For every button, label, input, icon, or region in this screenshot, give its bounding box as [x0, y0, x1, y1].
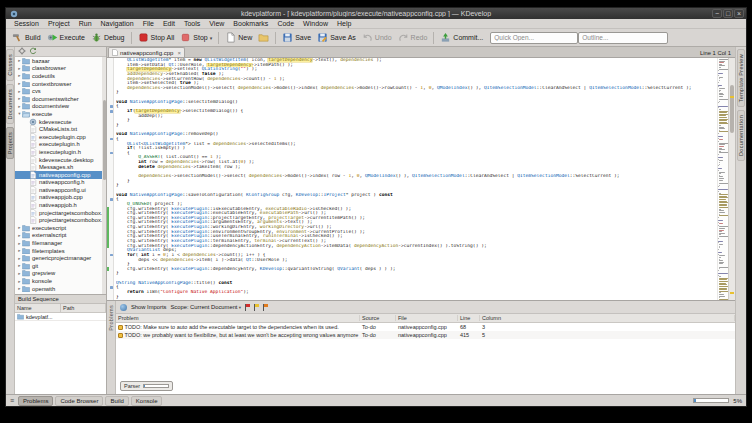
menu-file[interactable]: File [139, 20, 158, 27]
tree-item-konsole[interactable]: ▸konsole [15, 277, 106, 285]
titlebar[interactable]: kdevplatform - [ kdevplatform/plugins/ex… [6, 8, 746, 19]
tree-item-externalscript[interactable]: ▸externalscript [15, 232, 106, 240]
menu-tools[interactable]: Tools [180, 20, 204, 27]
execute-button[interactable]: Execute [44, 31, 88, 44]
problems-column-column[interactable]: Column [480, 315, 735, 321]
problems-column-source[interactable]: Source [360, 315, 396, 321]
problems-column-problem[interactable]: Problem [116, 315, 360, 321]
tree-item-classbrowser[interactable]: ▸classbrowser [15, 65, 106, 73]
menu-project[interactable]: Project [44, 20, 74, 27]
code-area[interactable]: QListWidgetItem* item = new QListWidgetI… [114, 58, 717, 300]
tree-item-iexecuteplugin-h[interactable]: iexecuteplugin.h [15, 148, 106, 156]
menu-edit[interactable]: Edit [159, 20, 179, 27]
tree-item-projecttargetscombobox-cpp[interactable]: projecttargetscombobox.cpp [15, 209, 106, 217]
tree-item-cmakelists-txt[interactable]: CMakeLists.txt [15, 125, 106, 133]
statusbar-toolview-build[interactable]: Build [105, 396, 128, 406]
problem-row[interactable]: TODO: we probably want to flexibilize, b… [116, 331, 735, 339]
sync-icon[interactable] [29, 47, 37, 57]
tree-item-contextbrowser[interactable]: ▸contextbrowser [15, 80, 106, 88]
tree-item-kdevexecute[interactable]: kdevexecute [15, 118, 106, 126]
build-sequence-row[interactable]: kdevplatf... [15, 313, 106, 321]
menu-window[interactable]: Window [299, 20, 332, 27]
tree-item-execute[interactable]: ▾execute [15, 110, 106, 118]
tree-item-documentview[interactable]: ▸documentview [15, 103, 106, 111]
save-button[interactable]: Save [279, 31, 314, 44]
column-header-path[interactable]: Path [61, 304, 106, 312]
problems-column-line[interactable]: Line [458, 315, 480, 321]
menu-code[interactable]: Code [273, 20, 298, 27]
open-button[interactable] [255, 31, 272, 44]
tree-item-nativeappconfig-ui[interactable]: nativeappconfig.ui [15, 186, 106, 194]
editor-gutter[interactable] [107, 58, 114, 300]
quick-open-input[interactable] [490, 32, 578, 44]
tree-item-grepview[interactable]: ▸grepview [15, 270, 106, 278]
code-line[interactable]: dependencies->selectionModel()->select( … [116, 86, 717, 91]
toolview-tab-template-preview[interactable]: Template Preview [737, 49, 745, 107]
new-button[interactable]: New [222, 31, 255, 44]
toolview-tab-projects[interactable]: Projects [6, 127, 14, 159]
column-header-name[interactable]: Name [15, 304, 61, 312]
tree-item-messages-sh[interactable]: Messages.sh [15, 163, 106, 171]
tree-item-git[interactable]: ▸git [15, 262, 106, 270]
tree-item-nativeappconfig-cpp[interactable]: nativeappconfig.cpp [15, 171, 106, 179]
toolview-menu-icon[interactable]: ≡ [10, 397, 14, 404]
tree-item-cvs[interactable]: ▸cvs [15, 87, 106, 95]
tree-scrollbar[interactable] [102, 57, 106, 294]
warnings-filter-icon[interactable] [254, 304, 259, 311]
problems-column-file[interactable]: File [396, 315, 458, 321]
show-imports-toggle[interactable]: Show Imports [131, 304, 166, 310]
tree-item-executescript[interactable]: ▸executescript [15, 224, 106, 232]
tree-item-nativeappjob-cpp[interactable]: nativeappjob.cpp [15, 194, 106, 202]
editor[interactable]: QListWidgetItem* item = new QListWidgetI… [107, 58, 735, 300]
statusbar-toolview-code-browser[interactable]: Code Browser [55, 396, 103, 406]
hints-filter-icon[interactable] [263, 304, 268, 311]
stop-button[interactable]: Stop▾ [177, 31, 215, 44]
menu-help[interactable]: Help [333, 20, 355, 27]
tree-item-kdevexecute-desktop[interactable]: kdevexecute.desktop [15, 156, 106, 164]
errors-filter-icon[interactable] [245, 304, 250, 311]
tree-item-documentswitcher[interactable]: ▸documentswitcher [15, 95, 106, 103]
save-as-button[interactable]: Save As [314, 31, 359, 44]
stop-all-button[interactable]: Stop All [135, 31, 178, 44]
redo-button[interactable]: Redo [395, 31, 431, 44]
menu-navigation[interactable]: Navigation [97, 20, 138, 27]
tree-item-nativeappjob-h[interactable]: nativeappjob.h [15, 201, 106, 209]
menu-session[interactable]: Session [10, 20, 43, 27]
scope-selector[interactable]: Scope: Current Document [170, 304, 241, 310]
minimize-button[interactable]: − [712, 9, 722, 18]
close-button[interactable]: × [734, 9, 744, 18]
statusbar-toolview-problems[interactable]: Problems [18, 396, 53, 406]
project-tree[interactable]: ▸bazaar▸classbrowser▸codeutils▸contextbr… [15, 57, 106, 294]
tree-item-filemanager[interactable]: ▸filemanager [15, 239, 106, 247]
tree-item-genericprojectmanager[interactable]: ▸genericprojectmanager [15, 254, 106, 262]
build-button[interactable]: Build [9, 31, 44, 44]
tree-item-executeplugin-h[interactable]: executeplugin.h [15, 141, 106, 149]
tree-item-openwith[interactable]: ▸openwith [15, 285, 106, 293]
toolview-tab-documents[interactable]: Documents [6, 84, 14, 125]
toolview-tab-documentation[interactable]: Documentation [737, 110, 745, 161]
tree-item-filetemplates[interactable]: ▸filetemplates [15, 247, 106, 255]
menu-bookmarks[interactable]: Bookmarks [229, 20, 272, 27]
statusbar-toolview-konsole[interactable]: Konsole [131, 396, 163, 406]
problem-row[interactable]: TODO: Make sure to auto add the executab… [116, 323, 735, 331]
toolview-tab-classes[interactable]: Classes [6, 49, 14, 81]
menu-run[interactable]: Run [75, 20, 96, 27]
outline-input[interactable] [578, 32, 668, 44]
tree-item-executeplugin-cpp[interactable]: executeplugin.cpp [15, 133, 106, 141]
menu-view[interactable]: View [205, 20, 228, 27]
minimap[interactable] [717, 58, 728, 300]
editor-scrollbar[interactable] [728, 58, 735, 300]
scrollbar-thumb[interactable] [730, 85, 734, 133]
commit-button[interactable]: Commit... [437, 31, 486, 44]
locate-icon[interactable] [18, 47, 26, 57]
tab-nativeappconfig-cpp[interactable]: nativeappconfig.cpp × [108, 47, 185, 57]
maximize-button[interactable]: □ [723, 9, 733, 18]
tree-item-bazaar[interactable]: ▸bazaar [15, 57, 106, 65]
code-line[interactable]: } [116, 295, 717, 300]
tree-item-nativeappconfig-h[interactable]: nativeappconfig.h [15, 179, 106, 187]
tab-close-icon[interactable]: × [177, 50, 181, 56]
debug-button[interactable]: Debug [88, 31, 128, 44]
tree-item-codeutils[interactable]: ▸codeutils [15, 72, 106, 80]
tree-item-projecttargetscombobox-h[interactable]: projecttargetscombobox.h [15, 216, 106, 224]
undo-button[interactable]: Undo [359, 31, 395, 44]
